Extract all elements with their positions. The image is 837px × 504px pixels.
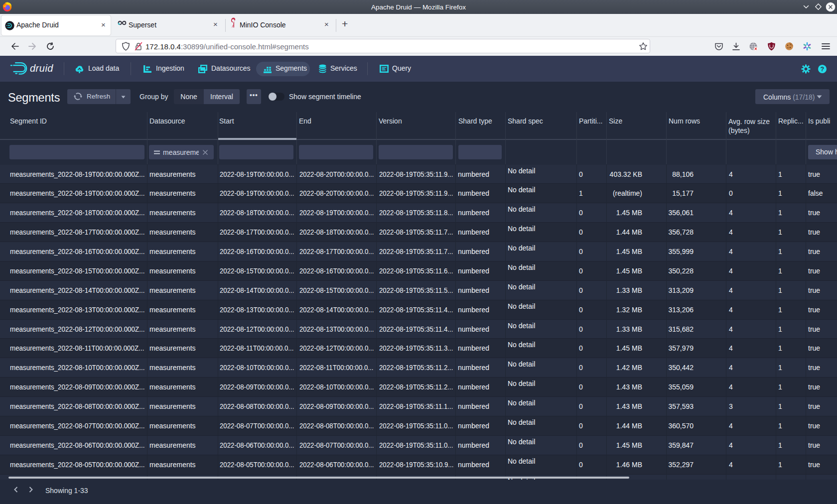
svg-text:?: ? bbox=[821, 65, 825, 73]
